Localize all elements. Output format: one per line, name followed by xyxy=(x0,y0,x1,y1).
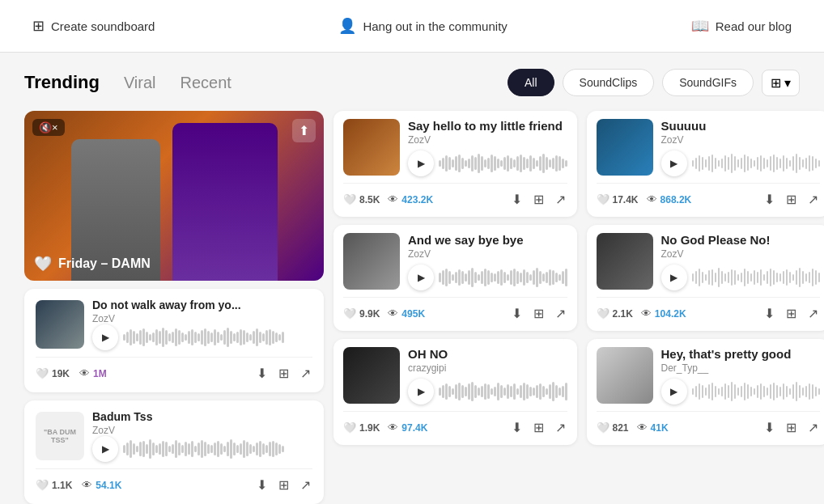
action-btns-2: ⬇ ⊞ ↗ xyxy=(255,476,312,494)
views-val-2: 495K xyxy=(401,308,425,320)
dl-right-1[interactable]: ⬇ xyxy=(762,190,776,209)
share-right-2[interactable]: ↗ xyxy=(806,304,820,323)
mid-likes-3: 🤍 1.9K xyxy=(343,421,380,434)
right-waveform-3 xyxy=(692,380,821,403)
add-mid-1[interactable]: ⊞ xyxy=(532,190,546,209)
views-r-2: 104.2K xyxy=(655,308,686,320)
share-right-1[interactable]: ↗ xyxy=(806,190,820,209)
mid-column: Say hello to my little friend ZozV ▶ 🤍 xyxy=(333,111,577,504)
right-likes-2: 🤍 2.1K xyxy=(597,307,633,320)
person-icon: 👤 xyxy=(338,17,356,35)
mid-likes-2: 🤍 9.9K xyxy=(343,307,380,320)
community-link[interactable]: 👤 Hang out in the community xyxy=(338,17,507,35)
share-mid-2[interactable]: ↗ xyxy=(554,304,567,323)
tab-recent[interactable]: Recent xyxy=(181,74,231,92)
dl-mid-1[interactable]: ⬇ xyxy=(510,190,524,209)
sound-info-1: Do not walk away from yo... ZozV ▶ xyxy=(92,299,312,350)
stats-1: 🤍 19K 👁 1M ⬇ ⊞ ↗ xyxy=(36,357,312,383)
mid-stats-1: 🤍 8.5K 👁 423.2K ⬇ ⊞ ↗ xyxy=(343,183,567,209)
right-player-3: ▶ xyxy=(661,379,821,404)
filter-soundgifs[interactable]: SoundGIFs xyxy=(662,69,754,96)
mid-thumb-1 xyxy=(343,119,400,176)
likes-r-1: 17.4K xyxy=(613,194,639,205)
heart-icon-2: 🤍 xyxy=(36,479,49,491)
share-right-3[interactable]: ↗ xyxy=(806,418,820,437)
mid-user-1: ZozV xyxy=(408,134,567,146)
right-views-2: 👁 104.2K xyxy=(641,307,686,320)
share-btn-2[interactable]: ↗ xyxy=(299,476,312,494)
right-title-1: Suuuuu xyxy=(661,119,821,133)
sound-title-1: Do not walk away from yo... xyxy=(92,299,312,311)
mid-stats-3: 🤍 1.9K 👁 97.4K ⬇ ⊞ ↗ xyxy=(343,411,567,437)
heart-icon: 🤍 xyxy=(343,193,356,205)
add-right-1[interactable]: ⊞ xyxy=(784,190,798,209)
eye-icon: 👁 xyxy=(647,193,657,205)
right-card-3: Hey, that's pretty good Der_Typ__ ▶ 🤍 xyxy=(587,339,825,445)
play-btn-2[interactable]: ▶ xyxy=(92,436,118,462)
mid-views-3: 👁 97.4K xyxy=(388,421,427,434)
create-soundboard-link[interactable]: ⊞ Create soundboard xyxy=(32,17,155,35)
eye-icon: 👁 xyxy=(641,307,652,320)
dl-right-2[interactable]: ⬇ xyxy=(762,304,776,323)
tab-trending[interactable]: Trending xyxy=(24,72,100,93)
likes-stat-1: 🤍 19K xyxy=(36,367,70,379)
share-btn[interactable]: ⬆ xyxy=(292,119,316,142)
mid-thumb-3 xyxy=(343,347,400,404)
right-likes-1: 🤍 17.4K xyxy=(597,193,639,205)
mid-title-2: And we say bye bye xyxy=(408,233,567,247)
mid-play-1[interactable]: ▶ xyxy=(408,150,434,176)
mid-views-2: 👁 495K xyxy=(388,307,425,320)
sound-user-1: ZozV xyxy=(92,313,312,324)
sound-user-2: ZozV xyxy=(92,425,312,436)
add-right-3[interactable]: ⊞ xyxy=(784,418,798,437)
book-icon: 📖 xyxy=(691,17,709,35)
add-btn-2[interactable]: ⊞ xyxy=(277,476,291,494)
play-btn-1[interactable]: ▶ xyxy=(92,324,118,350)
grid-toggle-btn[interactable]: ⊞ ▾ xyxy=(762,70,800,96)
thumb-1 xyxy=(36,300,84,349)
add-right-2[interactable]: ⊞ xyxy=(784,304,798,323)
right-stats-3: 🤍 821 👁 41K ⬇ ⊞ ↗ xyxy=(597,411,821,437)
mute-indicator[interactable]: 🔇× xyxy=(32,119,65,136)
tab-viral[interactable]: Viral xyxy=(124,74,156,92)
dl-right-3[interactable]: ⬇ xyxy=(762,418,776,437)
featured-card[interactable]: 🔇× ⬆ 🤍 Friday – DAMN xyxy=(24,111,324,281)
right-title-2: No God Please No! xyxy=(661,233,821,247)
filter-all[interactable]: All xyxy=(508,69,554,96)
right-play-2[interactable]: ▶ xyxy=(661,265,687,290)
waveform-2 xyxy=(123,438,312,460)
share-btn-1[interactable]: ↗ xyxy=(299,364,312,383)
heart-icon: 🤍 xyxy=(343,421,356,434)
eye-icon-2: 👁 xyxy=(82,479,92,491)
mid-play-2[interactable]: ▶ xyxy=(408,265,434,290)
download-btn-1[interactable]: ⬇ xyxy=(255,364,269,383)
right-play-3[interactable]: ▶ xyxy=(661,379,687,404)
blog-label: Read our blog xyxy=(716,19,792,33)
action-btns-1: ⬇ ⊞ ↗ xyxy=(255,364,312,383)
download-btn-2[interactable]: ⬇ xyxy=(255,476,269,494)
mid-user-2: ZozV xyxy=(408,248,567,260)
mid-play-3[interactable]: ▶ xyxy=(408,379,434,404)
add-btn-1[interactable]: ⊞ xyxy=(277,364,291,383)
left-card-2: "BA DUM TSS" Badum Tss ZozV ▶ xyxy=(24,400,324,504)
blog-link[interactable]: 📖 Read our blog xyxy=(691,17,792,35)
right-column: Suuuuu ZozV ▶ 🤍 17.4K xyxy=(587,111,825,504)
top-nav: ⊞ Create soundboard 👤 Hang out in the co… xyxy=(0,0,824,53)
dl-mid-2[interactable]: ⬇ xyxy=(510,304,524,323)
heart-icon-1: 🤍 xyxy=(36,367,49,379)
likes-r-2: 2.1K xyxy=(613,308,633,320)
mid-waveform-2 xyxy=(439,266,567,289)
right-play-1[interactable]: ▶ xyxy=(661,150,687,176)
filter-soundclips[interactable]: SoundClips xyxy=(563,69,655,96)
mid-likes-1: 🤍 8.5K xyxy=(343,193,380,205)
share-mid-3[interactable]: ↗ xyxy=(554,418,567,437)
right-views-3: 👁 41K xyxy=(637,421,669,434)
right-stats-2: 🤍 2.1K 👁 104.2K ⬇ ⊞ ↗ xyxy=(597,297,821,323)
heart-icon: 🤍 xyxy=(34,255,52,273)
dl-mid-3[interactable]: ⬇ xyxy=(510,418,524,437)
add-mid-3[interactable]: ⊞ xyxy=(532,418,546,437)
views-val-3: 97.4K xyxy=(401,422,427,434)
community-label: Hang out in the community xyxy=(363,19,507,33)
share-mid-1[interactable]: ↗ xyxy=(554,190,567,209)
add-mid-2[interactable]: ⊞ xyxy=(532,304,546,323)
